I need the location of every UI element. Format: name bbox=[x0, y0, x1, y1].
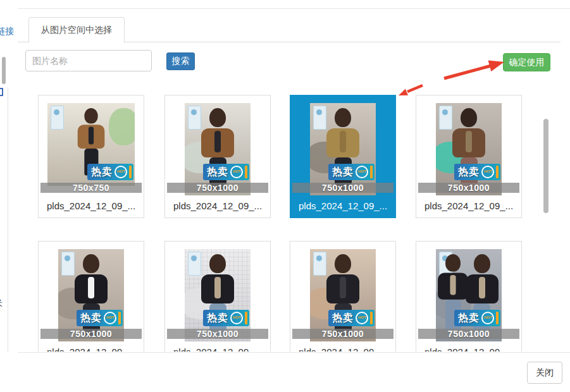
badge-orange-bar bbox=[370, 166, 373, 178]
close-button[interactable]: 关闭 bbox=[527, 362, 562, 384]
badge-orange-bar bbox=[496, 312, 499, 324]
hot-circle-icon: HOT bbox=[481, 312, 494, 324]
hot-sale-badge: 热卖 HOT bbox=[454, 164, 500, 180]
hot-sale-badge: 热卖 HOT bbox=[87, 164, 133, 180]
search-button[interactable]: 搜索 bbox=[166, 52, 195, 70]
hot-sale-badge-label: 热卖 bbox=[332, 312, 354, 325]
badge-orange-bar bbox=[496, 166, 499, 178]
photo-placeholder: 热卖 HOT bbox=[47, 103, 135, 186]
hot-sub-label: HOT bbox=[233, 169, 241, 173]
background-scrollbar-thumb[interactable] bbox=[2, 57, 6, 84]
image-filename: plds_2024_12_09_... bbox=[173, 200, 262, 211]
photo-placeholder: 热卖 HOT bbox=[310, 249, 376, 341]
close-button-label: 关闭 bbox=[536, 367, 554, 379]
image-card[interactable]: 热卖 HOT 750x1000 plds_2024_12_09_... bbox=[164, 241, 271, 352]
image-thumbnail: 热卖 HOT 750x1000 bbox=[292, 103, 393, 195]
hot-sale-badge-label: 热卖 bbox=[207, 166, 228, 179]
hot-sale-badge-label: 热卖 bbox=[91, 166, 113, 179]
hot-sale-badge: 热卖 HOT bbox=[454, 310, 500, 326]
image-filename: plds_2024_12_09_... bbox=[424, 346, 513, 352]
image-thumbnail: 热卖 HOT 750x1000 bbox=[418, 103, 519, 195]
image-card[interactable]: 热卖 HOT 750x1000 plds_2024_12_09_... bbox=[164, 95, 271, 218]
search-button-label: 搜索 bbox=[172, 56, 190, 67]
image-card[interactable]: 热卖 HOT 750x1000 plds_2024_12_09_... bbox=[290, 241, 396, 352]
hot-circle-icon: HOT bbox=[481, 166, 494, 178]
hot-circle-icon: HOT bbox=[356, 312, 368, 324]
image-thumbnail: 热卖 HOT 750x1000 bbox=[292, 249, 393, 341]
image-size-label: 750x1000 bbox=[292, 183, 393, 193]
hot-circle-icon: HOT bbox=[230, 312, 243, 324]
hot-sub-label: HOT bbox=[358, 169, 366, 173]
hot-sale-badge-label: 热卖 bbox=[458, 166, 480, 179]
image-size-label: 750x1000 bbox=[418, 183, 519, 193]
photo-sticker bbox=[188, 106, 201, 130]
image-space-picker-dialog: 链接 米 从图片空间中选择 搜索 确定使用 bbox=[0, 0, 570, 392]
badge-orange-bar bbox=[245, 312, 247, 324]
footer-divider bbox=[18, 352, 570, 353]
hot-sub-label: HOT bbox=[117, 169, 125, 173]
badge-orange-bar bbox=[370, 312, 373, 324]
image-thumbnail: 热卖 HOT 750x750 bbox=[40, 103, 142, 195]
photo-placeholder: 热卖 HOT bbox=[58, 249, 124, 341]
image-card[interactable]: 热卖 HOT 750x1000 plds_2024_12_09_... bbox=[290, 95, 396, 218]
hot-sale-badge: 热卖 HOT bbox=[328, 164, 375, 180]
hot-circle-icon: HOT bbox=[104, 312, 116, 324]
hot-sale-badge: 热卖 HOT bbox=[77, 310, 123, 326]
image-thumbnail: 热卖 HOT 750x1000 bbox=[167, 103, 268, 195]
hot-sub-label: HOT bbox=[484, 315, 492, 319]
hot-sale-badge-label: 热卖 bbox=[207, 312, 228, 325]
hot-sale-badge-label: 热卖 bbox=[458, 312, 480, 325]
image-size-label: 750x1000 bbox=[167, 329, 268, 339]
hot-sale-badge-label: 热卖 bbox=[80, 312, 102, 325]
image-size-label: 750x1000 bbox=[167, 183, 268, 193]
dialog-top-border bbox=[18, 8, 570, 9]
image-size-label: 750x1000 bbox=[40, 329, 142, 339]
image-filename: plds_2024_12_09_... bbox=[47, 200, 135, 211]
image-card[interactable]: 热卖 HOT 750x1000 plds_2024_12_09_... bbox=[416, 241, 522, 352]
image-card[interactable]: 热卖 HOT 750x1000 plds_2024_12_09_... bbox=[38, 241, 144, 352]
tab-label: 从图片空间中选择 bbox=[41, 25, 112, 36]
confirm-use-button[interactable]: 确定使用 bbox=[503, 53, 550, 71]
hot-sub-label: HOT bbox=[106, 315, 115, 319]
photo-placeholder: 热卖 HOT bbox=[310, 103, 376, 195]
badge-orange-bar bbox=[118, 312, 121, 324]
image-card[interactable]: 热卖 HOT 750x750 plds_2024_12_09_... bbox=[38, 95, 144, 218]
hot-sale-badge: 热卖 HOT bbox=[203, 164, 249, 180]
hot-sub-label: HOT bbox=[484, 169, 492, 173]
image-card[interactable]: 热卖 HOT 750x1000 plds_2024_12_09_... bbox=[416, 95, 522, 218]
photo-sticker bbox=[439, 106, 452, 130]
background-tab-label-partial[interactable]: 链接 bbox=[0, 26, 14, 37]
photo-placeholder: 热卖 HOT bbox=[436, 103, 502, 195]
badge-orange-bar bbox=[129, 166, 132, 178]
image-filename: plds_2024_12_09_... bbox=[299, 346, 387, 352]
image-name-search-input[interactable] bbox=[25, 50, 152, 71]
image-thumbnail: 热卖 HOT 750x1000 bbox=[167, 249, 268, 341]
tab-select-from-image-space[interactable]: 从图片空间中选择 bbox=[28, 17, 125, 43]
photo-sticker bbox=[51, 106, 64, 130]
hot-circle-icon: HOT bbox=[115, 166, 127, 178]
photo-placeholder: 热卖 HOT bbox=[436, 249, 502, 341]
photo-sticker bbox=[313, 252, 326, 276]
photo-accent bbox=[109, 108, 135, 145]
image-grid: 热卖 HOT 750x750 plds_2024_12_09_... 热 bbox=[0, 82, 570, 352]
image-thumbnail: 热卖 HOT 750x1000 bbox=[418, 249, 519, 341]
photo-sticker bbox=[313, 106, 326, 130]
image-size-label: 750x1000 bbox=[418, 329, 519, 339]
photo-sticker bbox=[61, 252, 75, 276]
hot-sub-label: HOT bbox=[233, 315, 241, 319]
grid-scrollbar-thumb[interactable] bbox=[543, 119, 548, 213]
image-size-label: 750x1000 bbox=[292, 329, 393, 339]
hot-sale-badge: 热卖 HOT bbox=[328, 310, 375, 326]
image-filename: plds_2024_12_09_... bbox=[424, 200, 513, 211]
hot-sale-badge-label: 热卖 bbox=[332, 166, 354, 179]
photo-placeholder: 热卖 HOT bbox=[185, 249, 251, 341]
image-filename: plds_2024_12_09_... bbox=[47, 346, 135, 352]
confirm-button-label: 确定使用 bbox=[509, 57, 545, 68]
photo-sticker bbox=[188, 252, 201, 276]
large-arrow-icon bbox=[444, 61, 504, 78]
hot-circle-icon: HOT bbox=[356, 166, 368, 178]
image-size-label: 750x750 bbox=[40, 183, 142, 193]
hot-sub-label: HOT bbox=[358, 315, 366, 319]
photo-placeholder: 热卖 HOT bbox=[185, 103, 251, 195]
hot-circle-icon: HOT bbox=[230, 166, 243, 178]
